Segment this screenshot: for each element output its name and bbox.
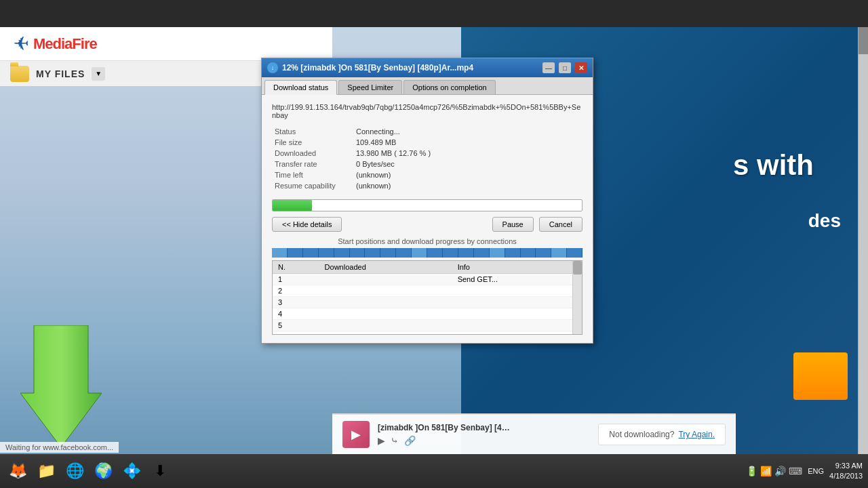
dl-filename: [zimabdk ]On 581[By Senbay] [480p]... xyxy=(378,423,513,432)
row-n: 3 xyxy=(273,297,319,308)
volume-icon: 🔊 xyxy=(774,466,786,476)
header: ✈ MediaFire xyxy=(0,27,332,61)
conn-seg-18 xyxy=(536,248,551,258)
row-n: 4 xyxy=(273,308,319,320)
row-n: 5 xyxy=(273,320,319,331)
row-downloaded xyxy=(319,331,452,336)
dl-info: [zimabdk ]On 581[By Senbay] [480p]... ▶ … xyxy=(378,423,590,446)
resume-label: Resume capability xyxy=(272,180,353,191)
nav-title: MY FILES xyxy=(36,68,85,79)
table-row: 1 Send GET... xyxy=(273,274,582,285)
mediafire-logo: ✈ MediaFire xyxy=(14,33,97,55)
scroll-thumb xyxy=(573,261,582,274)
taskbar-idm[interactable]: ⬇ xyxy=(148,459,172,483)
row-downloaded xyxy=(319,308,452,320)
table-row: 6 xyxy=(273,331,582,336)
filesize-row: File size 109.489 MB xyxy=(272,137,583,148)
conn-seg-6 xyxy=(350,248,366,258)
resume-value: (unknown) xyxy=(353,180,583,191)
connections-label: Start positions and download progress by… xyxy=(272,237,583,245)
timeleft-value: (unknown) xyxy=(353,169,583,180)
status-label: Status xyxy=(272,126,353,137)
row-n: 6 xyxy=(273,331,319,336)
cancel-button[interactable]: Cancel xyxy=(539,217,583,232)
tab-options-completion[interactable]: Options on completion xyxy=(403,80,495,94)
page-scrollbar[interactable] xyxy=(858,27,868,454)
dialog-title: 12% [zimabdk ]On 581[By Senbay] [480p]Ar… xyxy=(282,63,538,73)
conn-seg-10 xyxy=(412,248,427,258)
dialog-buttons-row: << Hide details Pause Cancel xyxy=(272,217,583,232)
pause-button[interactable]: Pause xyxy=(492,217,534,232)
tab-speed-limiter[interactable]: Speed Limiter xyxy=(338,80,402,94)
close-button[interactable]: ✕ xyxy=(575,62,587,73)
conn-seg-17 xyxy=(521,248,536,258)
downloaded-label: Downloaded xyxy=(272,148,353,159)
orange-button xyxy=(793,352,848,400)
dl-file-icon: ▶ xyxy=(342,421,370,448)
conn-seg-3 xyxy=(303,248,319,258)
downloaded-value: 13.980 MB ( 12.76 % ) xyxy=(353,148,583,159)
svg-marker-0 xyxy=(20,325,102,447)
downloaded-row: Downloaded 13.980 MB ( 12.76 % ) xyxy=(272,148,583,159)
dl-share-icon[interactable]: ⤷ xyxy=(391,435,399,446)
conn-seg-16 xyxy=(505,248,521,258)
minimize-button[interactable]: — xyxy=(542,62,555,73)
conn-seg-1 xyxy=(272,248,288,258)
top-bar xyxy=(0,0,868,27)
col-header-downloaded: Downloaded xyxy=(319,261,452,274)
dl-status-text: Not downloading? xyxy=(609,430,674,439)
status-bar-text: Waiting for www.facebook.com... xyxy=(0,442,119,453)
taskbar-chrome[interactable]: 🌐 xyxy=(62,459,87,483)
filesize-label: File size xyxy=(272,137,353,148)
logo-fire: Fire xyxy=(72,35,96,52)
row-n: 1 xyxy=(273,274,319,285)
maximize-button[interactable]: □ xyxy=(559,62,571,73)
dialog-titlebar: ↓ 12% [zimabdk ]On 581[By Senbay] [480p]… xyxy=(262,58,593,77)
conn-seg-13 xyxy=(458,248,474,258)
sys-icons: 🔋 📶 🔊 ⌨ xyxy=(746,466,802,476)
dl-play-icon[interactable]: ▶ xyxy=(378,435,385,446)
row-n: 2 xyxy=(273,285,319,297)
table-row: 5 xyxy=(273,320,582,331)
timeleft-label: Time left xyxy=(272,169,353,180)
logo-text: MediaFire xyxy=(33,35,97,53)
taskbar: 🦊 📁 🌐 🌍 💠 ⬇ 🔋 📶 🔊 ⌨ ENG 9:33 AM 4/18/201… xyxy=(0,454,868,488)
conn-seg-5 xyxy=(334,248,350,258)
dl-link-icon[interactable]: 🔗 xyxy=(404,435,416,446)
taskbar-chrome-orange[interactable]: 🌍 xyxy=(91,459,115,483)
dialog-tabs: Download status Speed Limiter Options on… xyxy=(262,77,593,95)
connections-table: N. Downloaded Info 1 Send GET... 2 xyxy=(273,261,582,335)
lang-indicator: ENG xyxy=(808,467,824,475)
scroll-bar[interactable] xyxy=(572,261,582,334)
row-downloaded xyxy=(319,320,452,331)
col-header-n: N. xyxy=(273,261,319,274)
row-info: Send GET... xyxy=(452,274,582,285)
dl-icons-row: ▶ ⤷ 🔗 xyxy=(378,435,590,446)
progress-bar xyxy=(273,200,312,211)
network-icon: 📶 xyxy=(760,466,772,476)
transfer-label: Transfer rate xyxy=(272,159,353,169)
progress-container xyxy=(272,199,583,211)
status-value: Connecting... xyxy=(353,126,583,137)
conn-seg-4 xyxy=(319,248,334,258)
conn-seg-14 xyxy=(474,248,490,258)
download-dialog: ↓ 12% [zimabdk ]On 581[By Senbay] [480p]… xyxy=(261,58,593,344)
col-header-info: Info xyxy=(452,261,582,274)
clock-date: 4/18/2013 xyxy=(829,471,863,481)
clock-time: 9:33 AM xyxy=(829,461,863,471)
clock: 9:33 AM 4/18/2013 xyxy=(829,461,863,482)
taskbar-folder[interactable]: 📁 xyxy=(34,459,58,483)
tab-download-status[interactable]: Download status xyxy=(264,80,337,95)
conn-seg-11 xyxy=(427,248,443,258)
nav-dropdown[interactable]: ▼ xyxy=(92,67,105,81)
battery-icon: 🔋 xyxy=(746,466,757,476)
conn-seg-12 xyxy=(443,248,458,258)
row-downloaded xyxy=(319,274,452,285)
row-downloaded xyxy=(319,285,452,297)
taskbar-firefox[interactable]: 🦊 xyxy=(5,459,30,483)
try-again-link[interactable]: Try Again. xyxy=(678,430,715,439)
taskbar-ie[interactable]: 💠 xyxy=(119,459,144,483)
filesize-value: 109.489 MB xyxy=(353,137,583,148)
dialog-icon: ↓ xyxy=(267,62,278,73)
hide-details-button[interactable]: << Hide details xyxy=(272,217,342,232)
